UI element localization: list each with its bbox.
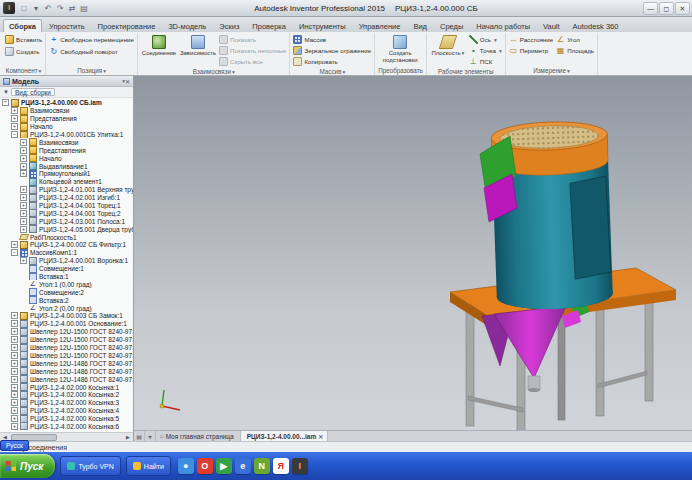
hopper-cones[interactable] xyxy=(482,302,589,392)
tree-item[interactable]: Начало xyxy=(0,123,133,131)
quick-access-icon[interactable]: ↷ xyxy=(54,4,66,13)
tree-item[interactable]: Начало xyxy=(0,154,133,162)
tree-expander-icon[interactable] xyxy=(11,123,18,130)
tree-item[interactable]: РЦИЗ-1,2-4.00.003 СБ Замок:1 xyxy=(0,312,133,320)
joint-button[interactable]: Соединение xyxy=(141,34,177,57)
ribbon-tab[interactable]: Среды xyxy=(434,19,469,32)
scroll-right-icon[interactable]: ▶ xyxy=(123,434,133,440)
ribbon-tab[interactable]: Начало работы xyxy=(470,19,536,32)
tree-expander-icon[interactable] xyxy=(11,384,18,391)
tree-item[interactable]: РЦИЗ-1,2-4.00.001 Основание:1 xyxy=(0,320,133,328)
maximize-button[interactable]: ◻ xyxy=(659,2,674,15)
create-component-button[interactable]: Создать xyxy=(5,46,40,57)
mirror-button[interactable]: Зеркальное отражение xyxy=(293,45,371,56)
tree-expander-icon[interactable] xyxy=(11,312,18,319)
tree-item[interactable]: РабПлоскость1 xyxy=(0,233,133,241)
hide-all-relationships-button[interactable]: Скрыть все xyxy=(219,56,286,67)
quick-launch-icon[interactable]: ▶ xyxy=(216,458,232,474)
quick-launch-icon[interactable]: ● xyxy=(178,458,194,474)
tree-expander-icon[interactable] xyxy=(11,415,18,422)
free-rotate-button[interactable]: Свободный поворот xyxy=(49,46,118,57)
tree-item[interactable]: РЦИЗ-1,2-4.01.001 Верхняя труба:1 xyxy=(0,186,133,194)
show-sick-relationships-button[interactable]: Показать неполные xyxy=(219,45,286,56)
access-door[interactable] xyxy=(570,176,612,279)
tree-expander-icon[interactable] xyxy=(20,218,27,225)
tree-expander-icon[interactable] xyxy=(11,131,18,138)
group-label-work-features[interactable]: Рабочие элементы xyxy=(430,67,502,76)
constrain-button[interactable]: Зависимость xyxy=(180,34,216,57)
tab-strip-button[interactable]: ▾ xyxy=(145,431,156,441)
insert-component-button[interactable]: Вставить xyxy=(5,34,42,45)
tree-item[interactable]: РЦИЗ-1,2-4.00.000 СБ.iam xyxy=(0,99,133,107)
taskbar-app-button[interactable]: Турбо VPN xyxy=(60,456,120,476)
tree-expander-icon[interactable] xyxy=(20,226,27,233)
group-label-convert[interactable]: Преобразовать xyxy=(378,66,423,75)
tree-item[interactable]: Совмещение:1 xyxy=(0,265,133,273)
tree-expander-icon[interactable] xyxy=(11,328,18,335)
tree-expander-icon[interactable] xyxy=(20,194,27,201)
tree-expander-icon[interactable] xyxy=(20,186,27,193)
document-tab[interactable]: ⌂ Моя главная страница xyxy=(156,431,241,441)
quick-access-icon[interactable]: □ xyxy=(18,4,30,13)
browser-close-icon[interactable]: ✕ xyxy=(125,78,130,85)
quick-launch-icon[interactable]: e xyxy=(235,458,251,474)
shrinkwrap-button[interactable]: Создать подстановки xyxy=(378,34,422,63)
tree-expander-icon[interactable] xyxy=(11,376,18,383)
tree-item[interactable]: РЦИЗ-1,2-4.02.000 Косынка:5 xyxy=(0,415,133,423)
ribbon-tab[interactable]: Управление xyxy=(353,19,407,32)
ribbon-tab[interactable]: Vault xyxy=(537,19,566,32)
quick-launch-icon[interactable]: I xyxy=(292,458,308,474)
tree-item[interactable]: МассивКомп1:1 xyxy=(0,249,133,257)
tree-item[interactable]: Швеллер 12U-1486 ГОСТ 8240-97:7 xyxy=(0,375,133,383)
work-ucs-button[interactable]: ПСК xyxy=(469,56,502,67)
tree-expander-icon[interactable] xyxy=(11,249,18,256)
tree-item[interactable]: РЦИЗ-1,2-4.00.001СБ Улитка:1 xyxy=(0,131,133,139)
group-label-pattern[interactable]: Массив▾ xyxy=(293,67,371,76)
tree-item[interactable]: РЦИЗ-1,2-4.00.001 Воронка:1 xyxy=(0,257,133,265)
language-badge[interactable]: Русск xyxy=(0,440,29,451)
tree-item[interactable]: РЦИЗ-1,2-4.05.001 Дверца трубы:1 xyxy=(0,225,133,233)
ribbon-tab[interactable]: Вид xyxy=(407,19,433,32)
work-point-button[interactable]: Точка▾ xyxy=(469,45,502,56)
tree-item[interactable]: Вставка:2 xyxy=(0,296,133,304)
start-button[interactable]: Пуск xyxy=(0,454,55,478)
tree-expander-icon[interactable] xyxy=(11,352,18,359)
pattern-button[interactable]: Массив xyxy=(293,34,326,45)
graphics-viewport[interactable]: ▤▾ ⌂ Моя главная страница РЦИЗ-1,2-4.00.… xyxy=(134,76,692,441)
ribbon-tab[interactable]: Autodesk 360 xyxy=(567,19,625,32)
tree-item[interactable]: РЦИЗ-1,2-4.04.001 Торец:2 xyxy=(0,209,133,217)
document-tab[interactable]: РЦИЗ-1,2-4.00.00...iam ✕ xyxy=(241,431,329,441)
tree-expander-icon[interactable] xyxy=(20,147,27,154)
ribbon-tab[interactable]: Проверка xyxy=(246,19,292,32)
measure-distance-button[interactable]: Расстояние xyxy=(509,34,553,45)
ribbon-tab[interactable]: Эскиз xyxy=(213,19,245,32)
tab-strip-button[interactable]: ▤ xyxy=(134,431,145,441)
tree-expander-icon[interactable] xyxy=(20,163,27,170)
tree-item[interactable]: РЦИЗ-1,2-4.02.000 Косынка:1 xyxy=(0,383,133,391)
tree-expander-icon[interactable] xyxy=(11,115,18,122)
ribbon-tab[interactable]: Проектирование xyxy=(92,19,162,32)
tree-expander-icon[interactable] xyxy=(2,99,9,106)
browser-view-dropdown[interactable]: Вид: сборки xyxy=(11,88,55,96)
quick-access-icon[interactable]: ▾ xyxy=(30,4,42,13)
group-label-relationships[interactable]: Взаимосвязи▾ xyxy=(141,67,286,76)
measure-perimeter-button[interactable]: Периметр xyxy=(509,45,553,56)
tree-expander-icon[interactable] xyxy=(11,399,18,406)
tree-item[interactable]: РЦИЗ-1,2-4.00.002 СБ Фильтр:1 xyxy=(0,241,133,249)
work-axis-button[interactable]: Ось▾ xyxy=(469,34,502,45)
tree-item[interactable]: Швеллер 12U-1486 ГОСТ 8240-97:5 xyxy=(0,359,133,367)
tree-item[interactable]: Швеллер 12U-1500 ГОСТ 8240-97:3 xyxy=(0,344,133,352)
filter-icon[interactable]: ▼ xyxy=(3,89,9,95)
tree-item[interactable]: Представления xyxy=(0,115,133,123)
tree-expander-icon[interactable] xyxy=(20,210,27,217)
tree-item[interactable]: Прямоугольный1 xyxy=(0,170,133,178)
tree-expander-icon[interactable] xyxy=(11,391,18,398)
quick-access-icon[interactable]: ↶ xyxy=(42,4,54,13)
tree-item[interactable]: РЦИЗ-1,2-4.02.001 Изгиб:1 xyxy=(0,194,133,202)
tree-expander-icon[interactable] xyxy=(20,202,27,209)
work-plane-button[interactable]: Плоскость▾ xyxy=(430,34,466,57)
quick-launch-icon[interactable]: N xyxy=(254,458,270,474)
ribbon-tab[interactable]: Сборка xyxy=(3,19,42,32)
group-label-measure[interactable]: Измерение▾ xyxy=(509,66,594,75)
tree-item[interactable]: Угол:1 (0,00 град) xyxy=(0,280,133,288)
